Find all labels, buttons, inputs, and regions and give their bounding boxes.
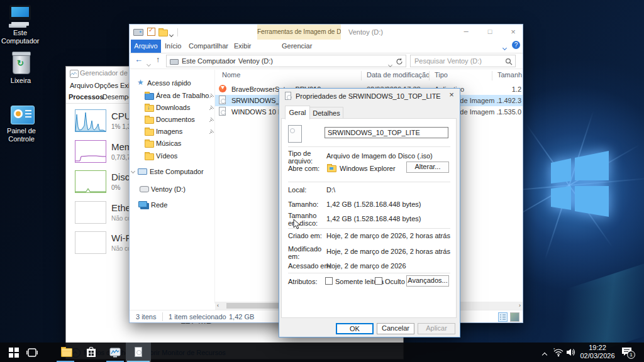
breadcrumb-root[interactable]: Este Computador xyxy=(182,57,236,65)
field-label: Abre com: xyxy=(288,165,326,172)
tab-inicio[interactable]: Início xyxy=(165,42,181,50)
column-header-nome[interactable]: Nome xyxy=(222,71,240,79)
sidebar-item-este-computador[interactable]: Este Computador xyxy=(130,166,213,178)
menu-opcoes[interactable]: Opções xyxy=(94,82,118,89)
search-icon[interactable] xyxy=(505,58,513,65)
tab-compartilhar[interactable]: Compartilhar xyxy=(189,42,228,50)
breadcrumb-current[interactable]: Ventoy (D:) xyxy=(238,57,273,65)
clock-date: 02/03/2026 xyxy=(579,352,616,360)
sidebar-item-videos[interactable]: Vídeos xyxy=(130,150,213,162)
desktop: Este Computador ↻ Lixeira Painel de Cont… xyxy=(0,0,644,362)
qat-properties-icon[interactable]: ✓ xyxy=(147,28,155,36)
search-box[interactable]: Pesquisar Ventoy (D:) xyxy=(410,55,516,67)
tab-processos[interactable]: Processos xyxy=(69,93,104,101)
windows-logo-wallpaper xyxy=(514,123,634,248)
field-value: Hoje, 2 de março de 2026, 2 horas atrás xyxy=(326,248,450,255)
readonly-checkbox[interactable] xyxy=(325,277,333,285)
scroll-left-arrow-icon[interactable]: ‹ xyxy=(217,302,219,309)
sidebar-item-imagens[interactable]: Imagens xyxy=(130,126,213,138)
taskbar-iso-app-active[interactable] xyxy=(126,343,151,362)
search-placeholder: Pesquisar Ventoy (D:) xyxy=(414,57,482,65)
tab-geral[interactable]: Geral xyxy=(285,106,310,119)
file-size: 1.2 xyxy=(482,85,521,93)
field-label: Atributos: xyxy=(288,278,317,285)
tab-gerenciar[interactable]: Gerenciar xyxy=(282,42,312,50)
clock[interactable]: 19:22 02/03/2026 xyxy=(579,344,616,361)
sidebar-item-label: Imagens xyxy=(156,128,182,135)
up-button[interactable]: ↑ xyxy=(156,55,160,64)
videos-folder-icon xyxy=(145,153,154,160)
breadcrumb-separator: › xyxy=(232,57,235,65)
computer-icon-keyboard xyxy=(11,22,29,26)
sidebar-item-area-de-trabalho[interactable]: Área de Trabalho xyxy=(130,90,213,102)
column-header-tipo[interactable]: Tipo xyxy=(435,71,448,79)
field-label: Modificado em: xyxy=(288,245,323,260)
drive-icon xyxy=(140,186,149,192)
taskbar: * 19:22 02/03/2026 1 xyxy=(0,343,644,362)
back-button[interactable]: ← xyxy=(135,55,143,64)
iso-file-icon xyxy=(135,347,142,357)
refresh-icon[interactable] xyxy=(396,58,403,65)
iso-file-icon xyxy=(219,107,226,116)
field-label: Criado em: xyxy=(288,232,322,239)
taskbar-store[interactable] xyxy=(79,343,103,362)
properties-dialog: Propriedades de SRWINDOWS_10_TOP_LITE × … xyxy=(279,88,460,337)
qat-customize-chevron-icon[interactable] xyxy=(170,30,173,38)
apply-button[interactable]: Aplicar xyxy=(418,323,455,334)
scroll-right-arrow-icon[interactable]: › xyxy=(519,302,521,309)
desktop-icon-painel-de-controle[interactable]: Painel de Controle xyxy=(1,106,42,146)
thumbnails-view-icon[interactable] xyxy=(510,312,519,322)
sidebar-item-rede[interactable]: Rede xyxy=(130,199,213,211)
sidebar-item-acesso-rapido[interactable]: ★ Acesso rápido xyxy=(130,77,213,89)
address-bar[interactable]: Este Computador › Ventoy (D:) xyxy=(166,55,406,67)
network-icon xyxy=(138,201,147,207)
column-header-data[interactable]: Data de modificação xyxy=(367,71,430,79)
tab-detalhes[interactable]: Detalhes xyxy=(309,107,343,119)
status-item-count: 3 itens xyxy=(136,313,156,321)
pictures-folder-icon xyxy=(145,129,154,136)
dialog-close-icon[interactable]: × xyxy=(445,90,458,101)
expand-chevron-icon[interactable] xyxy=(131,169,135,173)
close-button[interactable]: × xyxy=(504,27,522,38)
menu-arquivo[interactable]: Arquivo xyxy=(70,82,93,89)
speaker-icon[interactable] xyxy=(567,348,576,356)
column-header-tamanho[interactable]: Tamanh xyxy=(497,71,522,79)
field-value: 1,42 GB (1.528.168.448 bytes) xyxy=(326,200,421,208)
tray-chevron-icon[interactable] xyxy=(543,351,547,358)
task-view-button[interactable] xyxy=(23,343,42,362)
sidebar-item-ventoy[interactable]: Ventoy (D:) xyxy=(130,184,213,195)
tab-exibir[interactable]: Exibir xyxy=(234,42,252,50)
cancel-button[interactable]: Cancelar xyxy=(377,323,414,334)
taskbar-task-manager[interactable] xyxy=(103,343,127,362)
maximize-button[interactable]: □ xyxy=(480,28,499,39)
advanced-button[interactable]: Avançados... xyxy=(406,275,449,287)
menu-exibir[interactable]: Exi xyxy=(120,82,130,89)
file-size: 1.535.0 xyxy=(482,108,521,116)
clock-time: 19:22 xyxy=(579,344,616,352)
hidden-checkbox[interactable] xyxy=(375,277,382,285)
location-icon xyxy=(170,59,179,65)
ribbon-expand-chevron-icon[interactable] xyxy=(503,43,506,51)
sidebar-item-downloads[interactable]: ↓ Downloads xyxy=(130,102,213,114)
taskbar-file-explorer[interactable] xyxy=(53,343,78,362)
recent-locations-chevron-icon[interactable] xyxy=(147,60,150,67)
details-view-icon[interactable] xyxy=(498,312,508,322)
sidebar-item-musicas[interactable]: Músicas xyxy=(130,138,213,150)
meter-detail: 0,7/3,7 xyxy=(111,154,131,161)
action-center-icon[interactable]: 1 xyxy=(621,347,634,358)
ok-button[interactable]: OK xyxy=(336,323,374,334)
sidebar-item-documentos[interactable]: Documentos xyxy=(130,114,213,126)
field-value: 1,42 GB (1.528.168.448 bytes) xyxy=(326,215,421,222)
computer-icon xyxy=(9,5,31,20)
tab-arquivo[interactable]: Arquivo xyxy=(131,40,161,53)
address-dropdown-chevron-icon[interactable] xyxy=(389,60,392,68)
desktop-icon-lixeira[interactable]: ↻ Lixeira xyxy=(3,53,39,85)
desktop-icon-este-computador[interactable]: Este Computador xyxy=(1,4,39,45)
windows-explorer-icon xyxy=(327,165,336,172)
file-name-input[interactable]: SRWINDOWS_10_TOP_LITE xyxy=(325,127,448,138)
change-button[interactable]: Alterar... xyxy=(406,162,449,173)
field-label: Tipo de arquivo: xyxy=(288,150,321,165)
help-icon[interactable]: ? xyxy=(512,41,520,49)
minimize-button[interactable]: – xyxy=(457,26,475,38)
wifi-icon[interactable]: * xyxy=(553,348,564,357)
